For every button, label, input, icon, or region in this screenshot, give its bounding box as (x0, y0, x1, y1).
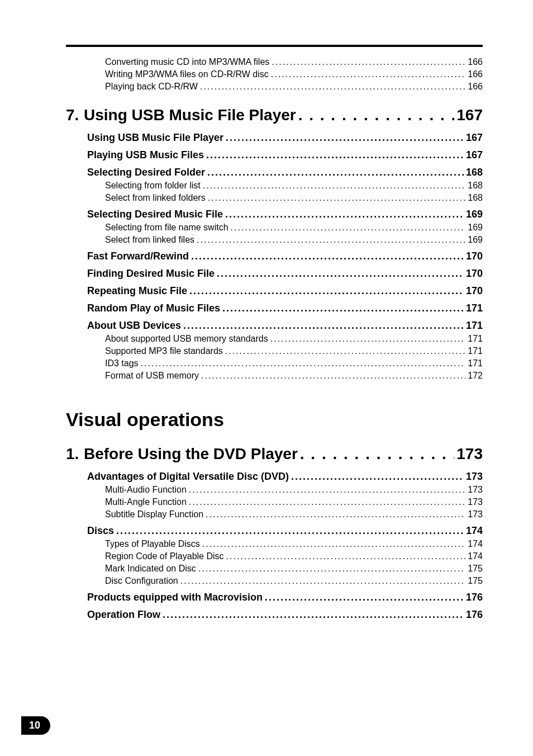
toc-page: 169 (465, 223, 483, 233)
leader-dots: ........................................… (141, 358, 466, 368)
leader-dots: ........................................… (222, 303, 464, 314)
toc-item: Subtitle Display Function...............… (66, 509, 483, 519)
toc-page: 175 (465, 564, 483, 574)
toc-label: Finding Desired Music File (87, 268, 217, 280)
toc-page: 174 (464, 525, 483, 537)
toc-item: Region Code of Playable Disc............… (66, 551, 483, 561)
toc-item: Disc Configuration......................… (66, 576, 483, 586)
toc-item: Selecting from file name switch.........… (66, 223, 483, 233)
toc-label: Selecting from file name switch (105, 223, 231, 233)
toc-label: Format of USB memory (105, 371, 201, 381)
toc-label: ID3 tags (105, 358, 141, 368)
toc-page: 167 (464, 132, 483, 144)
toc-page: 169 (465, 235, 483, 245)
toc-label: Playing USB Music Files (87, 149, 206, 161)
toc-page: 171 (464, 320, 483, 332)
toc-item: Converting music CD into MP3/WMA files..… (66, 57, 483, 67)
toc-page: 169 (464, 209, 483, 220)
toc-page: 170 (464, 251, 483, 262)
toc-chapter: 1.Before Using the DVD Player . . . . . … (66, 445, 483, 463)
toc-page: 171 (464, 303, 483, 314)
toc-item: ID3 tags................................… (66, 358, 483, 368)
toc-section: Random Play of Music Files..............… (66, 303, 483, 314)
leader-dots: . . . . . . . . . . . . . . . . . . . . … (298, 106, 455, 124)
toc-page: 171 (465, 334, 483, 344)
toc-label: Repeating Music File (87, 285, 189, 297)
toc-label: Select from linked folders (105, 193, 208, 203)
toc-item: Types of Playable Discs.................… (66, 539, 483, 549)
toc-item: Playing back CD-R/RW....................… (66, 82, 483, 92)
toc-label: Using USB Music File Player (87, 132, 226, 144)
toc-page: 176 (464, 609, 483, 621)
toc-page: 166 (465, 82, 483, 92)
leader-dots: ........................................… (180, 576, 466, 586)
toc-label: Selecting from folder list (105, 181, 203, 191)
toc-label: Mark Indicated on Disc (105, 564, 198, 574)
toc-item: Mark Indicated on Disc..................… (66, 564, 483, 574)
leader-dots: ........................................… (217, 268, 464, 280)
leader-dots: ........................................… (197, 235, 465, 245)
toc-page: 171 (465, 346, 483, 356)
toc-label: Playing back CD-R/RW (105, 82, 200, 92)
toc-item: Writing MP3/WMA files on CD-R/RW disc...… (66, 69, 483, 79)
toc-section: Repeating Music File....................… (66, 285, 483, 297)
toc-label: Fast Forward/Rewind (87, 251, 191, 262)
toc-page: 166 (465, 57, 483, 67)
leader-dots: ........................................… (206, 509, 465, 519)
leader-dots: ........................................… (200, 82, 465, 92)
toc-chapter: 7.Using USB Music File Player . . . . . … (66, 106, 483, 124)
toc-item: Select from linked files................… (66, 235, 483, 245)
toc-label: Select from linked files (105, 235, 197, 245)
toc-page: 175 (465, 576, 483, 586)
toc-label: Products equipped with Macrovision (87, 592, 265, 603)
leader-dots: ........................................… (116, 525, 464, 537)
toc-label: Region Code of Playable Disc (105, 551, 226, 561)
toc-section: Selecting Desired Music File............… (66, 209, 483, 220)
toc-section: Using USB Music File Player.............… (66, 132, 483, 144)
toc-page: 170 (464, 285, 483, 297)
toc-page: 168 (464, 167, 483, 178)
toc-section: Finding Desired Music File..............… (66, 268, 483, 280)
page: Converting music CD into MP3/WMA files..… (0, 0, 533, 756)
toc-label: Random Play of Music Files (87, 303, 222, 314)
toc-label: Disc Configuration (105, 576, 180, 586)
leader-dots: ........................................… (265, 592, 464, 603)
toc-section: Fast Forward/Rewind.....................… (66, 251, 483, 262)
chapter-page: 173 (454, 445, 483, 463)
chapter-number: 7.Using USB Music File Player (66, 106, 298, 124)
toc-section: Advantages of Digital Versatile Disc (DV… (66, 471, 483, 483)
toc-label: Selecting Desired Music File (87, 209, 225, 220)
leader-dots: ........................................… (202, 539, 465, 549)
toc-section: About USB Devices.......................… (66, 320, 483, 332)
leader-dots: ........................................… (270, 334, 466, 344)
leader-dots: ........................................… (226, 132, 464, 144)
toc-label: Supported MP3 file standards (105, 346, 225, 356)
leader-dots: ........................................… (231, 223, 466, 233)
page-number: 10 (29, 720, 40, 731)
leader-dots: ........................................… (208, 193, 466, 203)
leader-dots: . . . . . . . . . . . . . . . . . . . . … (300, 445, 455, 463)
toc-page: 173 (465, 509, 483, 519)
leader-dots: ........................................… (291, 471, 464, 483)
toc-label: Types of Playable Discs (105, 539, 202, 549)
leader-dots: ........................................… (203, 181, 466, 191)
toc-item: About supported USB memory standards....… (66, 334, 483, 344)
toc-label: Advantages of Digital Versatile Disc (DV… (87, 471, 291, 483)
part-heading: Visual operations (66, 409, 483, 431)
leader-dots: ........................................… (163, 609, 464, 621)
leader-dots: ........................................… (189, 497, 465, 507)
toc-section: Playing USB Music Files.................… (66, 149, 483, 161)
content-area: Converting music CD into MP3/WMA files..… (0, 0, 533, 621)
toc-label: Selecting Desired Folder (87, 167, 207, 178)
toc-label: Discs (87, 525, 116, 537)
toc-page: 171 (465, 358, 483, 368)
toc-label: About USB Devices (87, 320, 183, 332)
leader-dots: ........................................… (183, 320, 464, 332)
toc-item: Supported MP3 file standards............… (66, 346, 483, 356)
leader-dots: ........................................… (225, 209, 464, 220)
leader-dots: ........................................… (271, 69, 466, 79)
toc-item: Selecting from folder list..............… (66, 181, 483, 191)
leader-dots: ........................................… (206, 149, 464, 161)
toc-page: 176 (464, 592, 483, 603)
toc-page: 168 (465, 181, 483, 191)
